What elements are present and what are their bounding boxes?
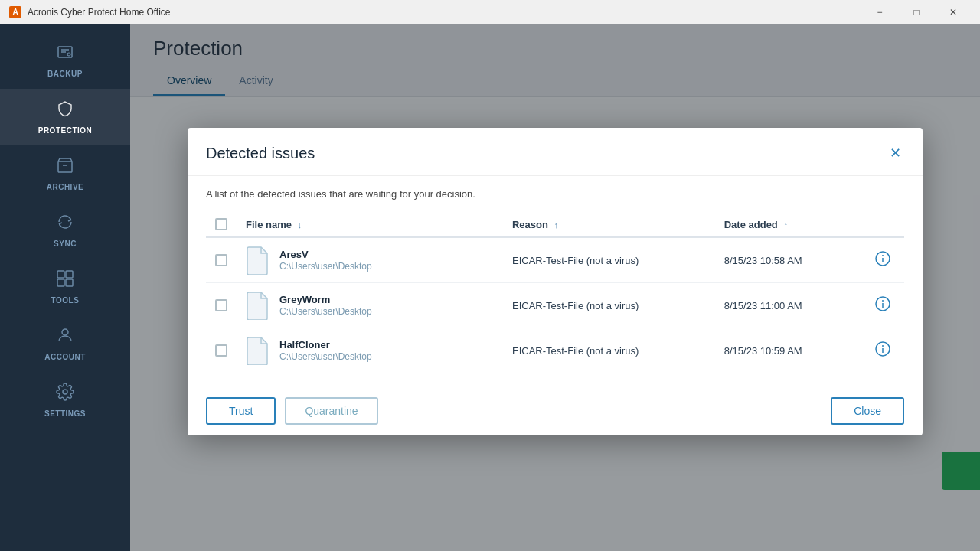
svg-point-7: [62, 329, 68, 335]
app-title: Acronis Cyber Protect Home Office: [28, 7, 862, 18]
file-path-0: C:\Users\user\Desktop: [279, 261, 372, 272]
protection-icon: [56, 99, 74, 122]
sidebar-item-account[interactable]: ACCOUNT: [0, 315, 130, 372]
minimize-button[interactable]: −: [862, 0, 897, 24]
row-checkbox-2[interactable]: [215, 344, 227, 357]
filename-sort-arrow: ↓: [298, 220, 302, 229]
col-header-filename[interactable]: File name ↓: [237, 212, 503, 237]
trust-button[interactable]: Trust: [206, 397, 276, 425]
table-row: HalfCloner C:\Users\user\Desktop EICAR-T…: [206, 328, 904, 373]
row-checkbox-1[interactable]: [215, 299, 227, 311]
app-icon: A: [9, 6, 21, 18]
file-path-2: C:\Users\user\Desktop: [279, 351, 372, 362]
row-info-cell[interactable]: [861, 237, 904, 283]
col-header-actions: [861, 212, 904, 237]
sidebar-backup-label: BACKUP: [47, 70, 83, 78]
archive-icon: [56, 156, 74, 178]
title-bar: A Acronis Cyber Protect Home Office − □ …: [0, 0, 980, 24]
svg-point-8: [63, 390, 67, 394]
backup-icon: [56, 43, 74, 65]
row-checkbox-cell[interactable]: [206, 328, 237, 373]
svg-rect-2: [58, 161, 72, 172]
svg-point-12: [882, 299, 884, 301]
sidebar-protection-label: PROTECTION: [38, 126, 93, 135]
svg-rect-3: [57, 271, 64, 278]
dialog-header: Detected issues ✕: [188, 128, 923, 176]
row-date-cell: 8/15/23 11:00 AM: [715, 282, 861, 328]
sidebar-item-settings[interactable]: SETTINGS: [0, 372, 130, 429]
file-path-1: C:\Users\user\Desktop: [279, 306, 372, 317]
close-button[interactable]: Close: [831, 397, 904, 425]
col-header-reason[interactable]: Reason ↑: [503, 212, 715, 237]
sidebar: BACKUP PROTECTION ARCHIVE: [0, 24, 130, 551]
sidebar-tools-label: TOOLS: [51, 296, 80, 305]
row-reason-cell: EICAR-Test-File (not a virus): [503, 282, 715, 328]
file-name-0: AresV: [279, 249, 372, 260]
row-info-cell[interactable]: [861, 282, 904, 328]
sidebar-item-tools[interactable]: TOOLS: [0, 259, 130, 315]
dialog-close-x-button[interactable]: ✕: [887, 143, 904, 163]
sync-icon: [56, 213, 74, 235]
sidebar-item-archive[interactable]: ARCHIVE: [0, 145, 130, 202]
row-checkbox-0[interactable]: [215, 254, 227, 266]
sidebar-sync-label: SYNC: [54, 240, 77, 248]
svg-point-10: [882, 254, 884, 256]
main-content: Protection Overview Activity Detected is…: [130, 24, 980, 551]
maximize-button[interactable]: □: [899, 0, 934, 24]
row-reason-cell: EICAR-Test-File (not a virus): [503, 328, 715, 373]
dialog-body: A list of the detected issues that are w…: [188, 176, 923, 386]
settings-icon: [56, 383, 74, 405]
account-icon: [56, 326, 74, 348]
select-all-header[interactable]: [206, 212, 237, 237]
tools-icon: [56, 269, 74, 292]
svg-point-1: [67, 53, 70, 56]
svg-point-14: [882, 344, 884, 346]
svg-rect-4: [66, 271, 73, 278]
row-checkbox-cell[interactable]: [206, 237, 237, 283]
app-container: BACKUP PROTECTION ARCHIVE: [0, 24, 980, 551]
issues-table: File name ↓ Reason ↑ Date added ↑: [206, 212, 904, 373]
detected-issues-dialog: Detected issues ✕ A list of the detected…: [188, 128, 923, 435]
file-icon-1: [246, 291, 270, 320]
svg-rect-6: [66, 279, 73, 286]
select-all-checkbox[interactable]: [215, 218, 227, 230]
row-filename-cell: AresV C:\Users\user\Desktop: [237, 237, 503, 283]
sidebar-item-protection[interactable]: PROTECTION: [0, 89, 130, 145]
footer-action-buttons: Trust Quarantine: [206, 397, 378, 425]
row-date-cell: 8/15/23 10:59 AM: [715, 328, 861, 373]
row-date-cell: 8/15/23 10:58 AM: [715, 237, 861, 283]
row-reason-cell: EICAR-Test-File (not a virus): [503, 237, 715, 283]
file-icon-0: [246, 246, 270, 275]
row-info-cell[interactable]: [861, 328, 904, 373]
table-row: AresV C:\Users\user\Desktop EICAR-Test-F…: [206, 237, 904, 283]
file-icon-2: [246, 336, 270, 365]
col-header-date[interactable]: Date added ↑: [715, 212, 861, 237]
info-button-0[interactable]: [871, 249, 895, 271]
dialog-footer: Trust Quarantine Close: [188, 386, 923, 435]
table-row: GreyWorm C:\Users\user\Desktop EICAR-Tes…: [206, 282, 904, 328]
file-name-2: HalfCloner: [279, 339, 372, 350]
date-sort-arrow: ↑: [783, 220, 788, 229]
svg-rect-5: [57, 279, 64, 286]
info-button-1[interactable]: [871, 294, 895, 316]
sidebar-account-label: ACCOUNT: [44, 353, 86, 361]
table-header-row: File name ↓ Reason ↑ Date added ↑: [206, 212, 904, 237]
quarantine-button[interactable]: Quarantine: [285, 397, 377, 425]
row-filename-cell: HalfCloner C:\Users\user\Desktop: [237, 328, 503, 373]
sidebar-item-backup[interactable]: BACKUP: [0, 32, 130, 89]
row-checkbox-cell[interactable]: [206, 282, 237, 328]
dialog-title: Detected issues: [206, 144, 315, 161]
reason-sort-arrow: ↑: [554, 220, 559, 229]
sidebar-settings-label: SETTINGS: [44, 409, 86, 418]
sidebar-item-sync[interactable]: SYNC: [0, 202, 130, 259]
row-filename-cell: GreyWorm C:\Users\user\Desktop: [237, 282, 503, 328]
sidebar-archive-label: ARCHIVE: [47, 183, 84, 191]
info-button-2[interactable]: [871, 339, 895, 361]
file-name-1: GreyWorm: [279, 294, 372, 305]
window-controls: − □ ✕: [862, 0, 971, 24]
window-close-button[interactable]: ✕: [936, 0, 971, 24]
dialog-description: A list of the detected issues that are w…: [206, 188, 904, 200]
